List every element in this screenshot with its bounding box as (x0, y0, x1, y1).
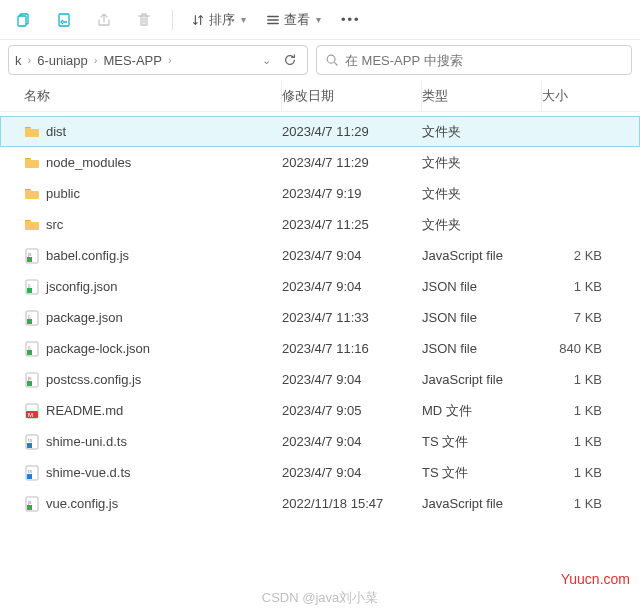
file-type: JSON file (422, 341, 542, 356)
breadcrumb-dropdown[interactable]: ⌄ (178, 54, 275, 67)
js-icon: js (24, 372, 40, 388)
chevron-right-icon: › (26, 54, 34, 66)
file-type: JSON file (422, 310, 542, 325)
file-name: README.md (46, 403, 123, 418)
chevron-right-icon: › (166, 54, 174, 66)
file-name: dist (46, 124, 66, 139)
file-size: 1 KB (542, 465, 612, 480)
search-icon (325, 53, 339, 67)
chevron-down-icon: ▾ (316, 14, 321, 25)
svg-rect-23 (27, 443, 32, 448)
file-date: 2023/4/7 9:04 (282, 372, 422, 387)
crumb-0[interactable]: k (15, 53, 22, 68)
file-size: 1 KB (542, 496, 612, 511)
file-type: MD 文件 (422, 402, 542, 420)
share-button[interactable] (88, 4, 120, 36)
file-row[interactable]: js postcss.config.js2023/4/7 9:04JavaScr… (0, 364, 640, 395)
search-box[interactable] (316, 45, 632, 75)
file-date: 2023/4/7 11:29 (282, 124, 422, 139)
json-icon: {} (24, 279, 40, 295)
file-size: 1 KB (542, 434, 612, 449)
file-row[interactable]: dist2023/4/7 11:29文件夹 (0, 116, 640, 147)
file-date: 2023/4/7 11:16 (282, 341, 422, 356)
file-type: JavaScript file (422, 372, 542, 387)
file-row[interactable]: public2023/4/7 9:19文件夹 (0, 178, 640, 209)
column-date[interactable]: 修改日期 (282, 80, 422, 111)
sort-button[interactable]: 排序 ▾ (185, 4, 252, 36)
column-size[interactable]: 大小 (542, 80, 612, 111)
file-name: jsconfig.json (46, 279, 118, 294)
file-row[interactable]: {} jsconfig.json2023/4/7 9:04JSON file1 … (0, 271, 640, 302)
more-button[interactable]: ••• (335, 4, 367, 36)
file-name: postcss.config.js (46, 372, 141, 387)
file-name: package.json (46, 310, 123, 325)
svg-rect-1 (18, 16, 26, 26)
file-date: 2023/4/7 9:04 (282, 248, 422, 263)
more-icon: ••• (341, 12, 361, 27)
file-size: 7 KB (542, 310, 612, 325)
file-date: 2023/4/7 9:04 (282, 279, 422, 294)
file-name: shime-uni.d.ts (46, 434, 127, 449)
svg-text:ts: ts (28, 437, 32, 443)
file-type: 文件夹 (422, 216, 542, 234)
file-type: 文件夹 (422, 185, 542, 203)
file-name: shime-vue.d.ts (46, 465, 131, 480)
folder-icon (24, 186, 40, 202)
svg-text:js: js (27, 375, 32, 381)
file-type: JavaScript file (422, 248, 542, 263)
file-type: JavaScript file (422, 496, 542, 511)
trash-icon (136, 12, 152, 28)
svg-rect-17 (27, 381, 32, 386)
js-icon: js (24, 496, 40, 512)
file-row[interactable]: js babel.config.js2023/4/7 9:04JavaScrip… (0, 240, 640, 271)
file-row[interactable]: ts shime-uni.d.ts2023/4/7 9:04TS 文件1 KB (0, 426, 640, 457)
column-headers: 名称 修改日期 类型 大小 (0, 80, 640, 112)
file-list: dist2023/4/7 11:29文件夹 node_modules2023/4… (0, 112, 640, 519)
file-size: 1 KB (542, 279, 612, 294)
svg-rect-26 (27, 474, 32, 479)
file-date: 2023/4/7 11:29 (282, 155, 422, 170)
file-row[interactable]: node_modules2023/4/7 11:29文件夹 (0, 147, 640, 178)
paste-button[interactable] (48, 4, 80, 36)
breadcrumb[interactable]: k › 6-uniapp › MES-APP › ⌄ (8, 45, 308, 75)
file-date: 2023/4/7 11:33 (282, 310, 422, 325)
search-input[interactable] (345, 53, 623, 68)
share-icon (96, 12, 112, 28)
file-name: node_modules (46, 155, 131, 170)
svg-point-3 (327, 55, 335, 63)
paste-icon (56, 12, 72, 28)
address-bar-row: k › 6-uniapp › MES-APP › ⌄ (0, 40, 640, 80)
ts-icon: ts (24, 465, 40, 481)
view-button[interactable]: 查看 ▾ (260, 4, 327, 36)
file-type: JSON file (422, 279, 542, 294)
view-icon (266, 13, 280, 27)
column-type[interactable]: 类型 (422, 80, 542, 111)
file-row[interactable]: src2023/4/7 11:25文件夹 (0, 209, 640, 240)
file-row[interactable]: {} package.json2023/4/7 11:33JSON file7 … (0, 302, 640, 333)
delete-button[interactable] (128, 4, 160, 36)
file-name: babel.config.js (46, 248, 129, 263)
column-name[interactable]: 名称 (24, 80, 282, 111)
file-size: 2 KB (542, 248, 612, 263)
md-icon: M (24, 403, 40, 419)
watermark-author: CSDN @java刘小菜 (262, 589, 379, 607)
file-type: 文件夹 (422, 154, 542, 172)
file-date: 2023/4/7 9:04 (282, 465, 422, 480)
file-row[interactable]: ts shime-vue.d.ts2023/4/7 9:04TS 文件1 KB (0, 457, 640, 488)
refresh-button[interactable] (279, 53, 301, 67)
svg-text:js: js (27, 499, 32, 505)
copy-button[interactable] (8, 4, 40, 36)
watermark-site: Yuucn.com (561, 571, 630, 587)
file-size: 840 KB (542, 341, 612, 356)
toolbar-separator (172, 10, 173, 30)
file-row[interactable]: {} package-lock.json2023/4/7 11:16JSON f… (0, 333, 640, 364)
file-row[interactable]: js vue.config.js2022/11/18 15:47JavaScri… (0, 488, 640, 519)
crumb-2[interactable]: MES-APP (103, 53, 162, 68)
file-name: src (46, 217, 63, 232)
svg-rect-29 (27, 505, 32, 510)
svg-text:ts: ts (28, 468, 32, 474)
folder-icon (24, 217, 40, 233)
crumb-1[interactable]: 6-uniapp (37, 53, 88, 68)
toolbar: 排序 ▾ 查看 ▾ ••• (0, 0, 640, 40)
file-row[interactable]: M README.md2023/4/7 9:05MD 文件1 KB (0, 395, 640, 426)
